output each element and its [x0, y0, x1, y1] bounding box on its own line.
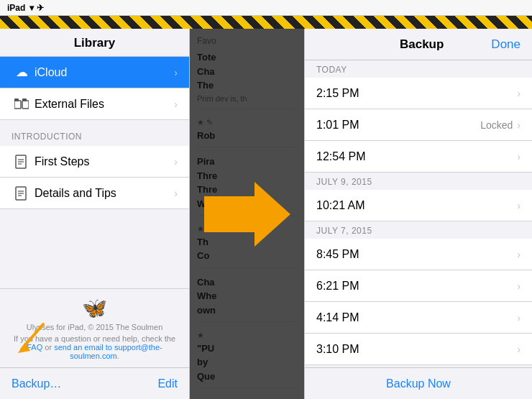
- introduction-section-header: INTRODUCTION: [0, 120, 189, 146]
- backup-time-845: 8:45 PM: [316, 248, 359, 261]
- butterfly-logo: 🦋: [12, 296, 178, 320]
- backup-title: Backup: [352, 37, 491, 52]
- sidebar-item-details-tips[interactable]: Details and Tips ›: [0, 178, 189, 209]
- sidebar-footer: 🦋 Ulysses for iPad, © 2015 The Soulmen I…: [0, 288, 189, 367]
- backup-item-621[interactable]: 6:21 PM ›: [305, 270, 532, 302]
- sidebar-item-icloud[interactable]: ☁ iCloud ›: [0, 57, 189, 88]
- doc-list-panel: Favo ToteChaThe Prim dev is, th ★ ✎ Rob …: [190, 29, 305, 399]
- chevron-icon-215: ›: [517, 88, 520, 99]
- backup-now-button[interactable]: Backup Now: [386, 377, 451, 390]
- sidebar-bottom-bar: Backup… Edit: [0, 367, 189, 399]
- backup-link[interactable]: Backup…: [12, 377, 61, 390]
- doc-list-overlay: [190, 29, 304, 399]
- backup-time-1021: 10:21 AM: [316, 199, 365, 212]
- backup-item-310[interactable]: 3:10 PM ›: [305, 334, 532, 365]
- construction-bar: [0, 16, 532, 29]
- chevron-icon-1254: ›: [517, 151, 520, 162]
- external-files-icon: [12, 98, 32, 110]
- backup-section-july7: JULY 7, 2015: [305, 221, 532, 239]
- sidebar-icloud-label: iCloud: [35, 66, 174, 79]
- svg-rect-1: [14, 98, 19, 101]
- sidebar-content: ☁ iCloud › External Files › INTROD: [0, 57, 189, 288]
- backup-time-621: 6:21 PM: [316, 280, 359, 293]
- icloud-chevron-icon: ›: [174, 67, 178, 78]
- backup-footer: Backup Now: [305, 367, 532, 399]
- backup-time-414: 4:14 PM: [316, 311, 359, 324]
- backup-item-1021[interactable]: 10:21 AM ›: [305, 190, 532, 221]
- backup-time-215: 2:15 PM: [316, 87, 359, 100]
- backup-time-1254: 12:54 PM: [316, 150, 365, 163]
- first-steps-label: First Steps: [35, 155, 174, 168]
- chevron-icon-1021: ›: [517, 200, 520, 211]
- backup-item-845[interactable]: 8:45 PM ›: [305, 239, 532, 270]
- external-chevron-icon: ›: [174, 98, 178, 110]
- details-tips-chevron-icon: ›: [174, 188, 178, 199]
- chevron-icon-101: ›: [517, 119, 520, 131]
- backup-item-101[interactable]: 1:01 PM Locked ›: [305, 109, 532, 141]
- svg-rect-3: [22, 98, 27, 101]
- backup-item-215[interactable]: 2:15 PM ›: [305, 78, 532, 109]
- status-bar: iPad ▾ ✈: [0, 0, 532, 16]
- locked-label-101: Locked: [480, 119, 513, 131]
- details-tips-icon: [12, 186, 32, 201]
- first-steps-icon: [12, 155, 32, 169]
- backup-header: Backup Done: [305, 29, 532, 60]
- chevron-icon-621: ›: [517, 280, 520, 292]
- chevron-icon-845: ›: [517, 249, 520, 260]
- edit-button[interactable]: Edit: [157, 377, 178, 390]
- chevron-icon-414: ›: [517, 312, 520, 324]
- external-files-label: External Files: [35, 98, 174, 111]
- sidebar-title: Library: [0, 29, 189, 57]
- backup-item-414[interactable]: 4:14 PM ›: [305, 302, 532, 334]
- sidebar-item-first-steps[interactable]: First Steps ›: [0, 146, 189, 178]
- backup-panel: Backup Done TODAY 2:15 PM › 1:01 PM Lock…: [305, 29, 532, 399]
- backup-done-button[interactable]: Done: [491, 37, 520, 52]
- svg-rect-2: [22, 101, 29, 109]
- faq-link[interactable]: FAQ: [27, 343, 42, 352]
- details-tips-label: Details and Tips: [35, 187, 174, 200]
- backup-item-1254[interactable]: 12:54 PM ›: [305, 141, 532, 173]
- backup-section-july9: JULY 9, 2015: [305, 173, 532, 190]
- backup-section-today: TODAY: [305, 60, 532, 78]
- copyright-text: Ulysses for iPad, © 2015 The Soulmen: [12, 323, 178, 331]
- sidebar-item-external[interactable]: External Files ›: [0, 88, 189, 120]
- carrier-label: iPad: [7, 3, 25, 13]
- svg-rect-0: [14, 101, 21, 109]
- help-text: If you have a question or need help, che…: [12, 334, 178, 360]
- sidebar: Library ☁ iCloud › External Files: [0, 29, 190, 399]
- first-steps-chevron-icon: ›: [174, 156, 178, 168]
- wifi-icon: ▾ ✈: [29, 3, 43, 13]
- backup-time-101: 1:01 PM: [316, 119, 359, 132]
- backup-list: TODAY 2:15 PM › 1:01 PM Locked › 12:54 P…: [305, 60, 532, 367]
- email-link[interactable]: send an email to support@the-soulmen.com: [54, 343, 162, 360]
- icloud-icon: ☁: [12, 65, 32, 80]
- backup-time-310: 3:10 PM: [316, 343, 359, 356]
- chevron-icon-310: ›: [517, 344, 520, 355]
